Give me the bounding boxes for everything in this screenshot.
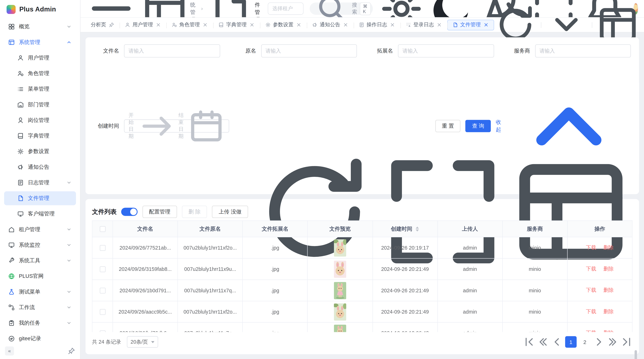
download-link[interactable]: 下载 xyxy=(586,309,596,315)
download-link[interactable]: 下载 xyxy=(586,330,596,332)
tab-param[interactable]: 参数设置 xyxy=(260,19,306,30)
jump-forward-button[interactable] xyxy=(607,336,618,348)
collapse-sidebar-button[interactable]: « xyxy=(5,347,14,356)
download-link[interactable]: 下载 xyxy=(586,266,596,272)
sidebar-item-overview[interactable]: 概览 xyxy=(4,20,76,34)
file-origin-cell: 007u2bluly1hrr11xf2o... xyxy=(178,301,242,322)
file-name-cell: 2024/09/26/aacc9b5c... xyxy=(113,301,178,322)
sidebar-item-post[interactable]: 岗位管理 xyxy=(4,113,76,127)
delete-link[interactable]: 删除 xyxy=(604,245,614,251)
pin-sidebar-icon[interactable] xyxy=(68,347,75,355)
pin-icon[interactable] xyxy=(108,22,114,27)
tab-loginlog[interactable]: 登录日志 xyxy=(400,19,447,30)
app-logo[interactable]: Plus Admin xyxy=(0,0,80,19)
page-size-select[interactable]: 20条/页 xyxy=(127,336,158,348)
close-icon[interactable] xyxy=(343,22,348,27)
sidebar-item-user[interactable]: 用户管理 xyxy=(4,51,76,65)
list-mode-toggle[interactable] xyxy=(121,208,138,216)
delete-link[interactable]: 删除 xyxy=(604,266,614,272)
tab-dict[interactable]: 字典管理 xyxy=(213,19,260,30)
close-icon[interactable] xyxy=(436,22,442,27)
tab-oplog[interactable]: 操作日志 xyxy=(354,19,400,30)
close-icon[interactable] xyxy=(202,22,208,27)
delete-button[interactable]: 删 除 xyxy=(182,206,207,218)
select-all-checkbox[interactable] xyxy=(100,226,105,232)
file-name-cell: 2024/09/26/77521ab... xyxy=(113,237,178,258)
file-name-cell: 2024/09/26/1b0d791... xyxy=(113,280,178,301)
sidebar-item-dict[interactable]: 字典管理 xyxy=(4,129,76,143)
tab-file[interactable]: 文件管理 xyxy=(447,19,494,30)
sort-icons[interactable] xyxy=(416,227,419,232)
vertical-scrollbar[interactable] xyxy=(634,350,637,359)
filename-input[interactable] xyxy=(124,44,220,57)
close-icon[interactable] xyxy=(156,22,161,27)
sidebar-item-file[interactable]: 文件管理 xyxy=(4,191,76,205)
sidebar-item-param[interactable]: 参数设置 xyxy=(4,144,76,158)
filter-label-filename: 文件名 xyxy=(94,47,119,54)
sidebar-item-workflow[interactable]: 工作流 xyxy=(4,301,76,315)
reset-button[interactable]: 重 置 xyxy=(435,120,460,132)
tab-role[interactable]: 角色管理 xyxy=(166,19,213,30)
delete-link[interactable]: 删除 xyxy=(604,287,614,293)
sidebar-item-role[interactable]: 角色管理 xyxy=(4,66,76,80)
close-icon[interactable] xyxy=(296,22,301,27)
delete-link[interactable]: 删除 xyxy=(604,309,614,315)
prev-page-button[interactable] xyxy=(551,336,562,348)
first-page-button[interactable] xyxy=(523,336,535,348)
col-create-time[interactable]: 创建时间 xyxy=(372,221,438,237)
uploader-cell: admin xyxy=(438,259,502,280)
date-range-picker[interactable]: 开始日期 结束日期 xyxy=(124,119,229,132)
row-checkbox[interactable] xyxy=(100,330,105,332)
row-checkbox[interactable] xyxy=(100,288,105,293)
sidebar-item-monitor[interactable]: 系统监控 xyxy=(4,238,76,252)
page-1-button[interactable]: 1 xyxy=(565,336,576,348)
tab-user[interactable]: 用户管理 xyxy=(119,19,166,30)
file-thumbnail[interactable] xyxy=(334,303,346,320)
file-origin-cell: 007u2bluly1hrr11x7q... xyxy=(178,280,242,301)
file-list-panel: 文件列表 配置管理 删 除 上传 没做 xyxy=(86,199,639,354)
delete-link[interactable]: 删除 xyxy=(604,330,614,332)
dept-icon xyxy=(17,101,24,108)
tab-analysis[interactable]: 分析页 xyxy=(86,19,119,30)
sidebar-item-test[interactable]: 测试菜单 xyxy=(4,285,76,299)
tenant-select[interactable]: 选择租户 xyxy=(268,2,304,15)
sidebar-item-client[interactable]: 客户端管理 xyxy=(4,207,76,221)
page-2-button[interactable]: 2 xyxy=(579,336,590,348)
file-thumbnail[interactable] xyxy=(334,325,346,332)
config-management-button[interactable]: 配置管理 xyxy=(142,206,177,218)
next-page-button[interactable] xyxy=(593,336,604,348)
sidebar-item-system[interactable]: 系统管理 xyxy=(4,35,76,49)
sidebar-item-log[interactable]: 日志管理 xyxy=(4,176,76,190)
last-page-button[interactable] xyxy=(621,336,632,348)
sidebar-item-notice[interactable]: 通知公告 xyxy=(4,160,76,174)
extension-input[interactable] xyxy=(398,44,494,57)
file-name-cell: 2024/10/06/bd76db6... xyxy=(113,323,178,332)
download-link[interactable]: 下载 xyxy=(586,245,596,251)
sidebar-item-gitee[interactable]: gitee记录 xyxy=(4,332,76,343)
create-time-cell: 2024-09-26 20:19:17 xyxy=(372,237,438,258)
originalname-input[interactable] xyxy=(261,44,357,57)
close-icon[interactable] xyxy=(390,22,395,27)
sidebar-item-tenant[interactable]: 租户管理 xyxy=(4,222,76,236)
global-search[interactable]: 搜索 ⌘ K xyxy=(310,2,373,15)
sidebar-item-plus-site[interactable]: PLUS官网 xyxy=(4,269,76,283)
sidebar-item-dept[interactable]: 部门管理 xyxy=(4,98,76,112)
tab-notice[interactable]: 通知公告 xyxy=(306,19,354,30)
jump-back-button[interactable] xyxy=(537,336,549,348)
close-icon[interactable] xyxy=(483,22,488,27)
row-checkbox[interactable] xyxy=(100,245,105,251)
file-thumbnail[interactable] xyxy=(334,239,346,256)
row-checkbox[interactable] xyxy=(100,309,105,315)
close-icon[interactable] xyxy=(249,22,254,27)
file-thumbnail[interactable] xyxy=(334,261,346,278)
sidebar-item-menu[interactable]: 菜单管理 xyxy=(4,82,76,96)
sidebar-item-tools[interactable]: 系统工具 xyxy=(4,254,76,268)
row-checkbox[interactable] xyxy=(100,266,105,272)
provider-input[interactable] xyxy=(535,44,631,57)
file-thumbnail[interactable] xyxy=(334,282,346,299)
sidebar-item-tasks[interactable]: 我的任务 xyxy=(4,316,76,330)
query-button[interactable]: 查 询 xyxy=(466,120,491,132)
download-link[interactable]: 下载 xyxy=(586,287,596,293)
upload-button[interactable]: 上传 没做 xyxy=(212,206,248,218)
notice-icon xyxy=(17,164,24,170)
